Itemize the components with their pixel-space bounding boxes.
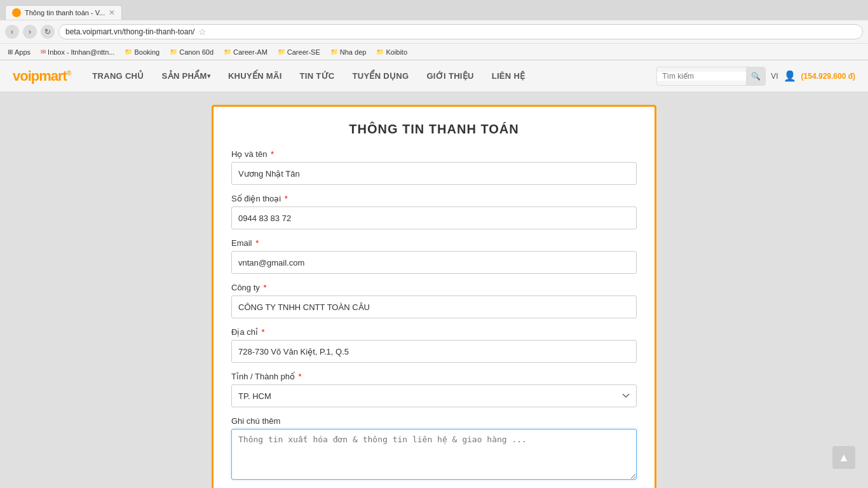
address-label-text: Địa chỉ [231, 327, 258, 337]
address-bar-row: ‹ › ↻ beta.voipmart.vn/thong-tin-thanh-t… [0, 20, 868, 43]
phone-required: * [282, 194, 288, 203]
folder-icon-career-se: 📁 [278, 48, 285, 55]
folder-icon-canon: 📁 [170, 48, 177, 55]
folder-icon-koibito: 📁 [376, 48, 384, 55]
gmail-bookmark[interactable]: ✉ Inbox - ltnhan@nttn... [38, 47, 117, 57]
city-group: Tỉnh / Thành phố * TP. HCM [231, 372, 637, 407]
note-textarea[interactable] [231, 429, 637, 480]
browser-chrome: Thông tin thanh toán - V... ✕ ‹ › ↻ beta… [0, 0, 868, 60]
form-title: THÔNG TIN THANH TOÁN [231, 122, 637, 137]
career-am-label: Career-AM [233, 48, 268, 56]
bookmarks-bar: ⊞ Apps ✉ Inbox - ltnhan@nttn... 📁 Bookin… [0, 43, 868, 60]
phone-label-text: Số điện thoại [231, 194, 281, 203]
nav-gioi-thieu[interactable]: GIỚI THIỆU [417, 60, 482, 92]
company-label: Công ty * [231, 283, 637, 292]
email-required: * [254, 238, 259, 248]
reload-button[interactable]: ↻ [41, 25, 55, 39]
back-button[interactable]: ‹ [5, 25, 19, 39]
full-name-group: Họ và tên * [231, 149, 637, 185]
koibito-label: Koibito [386, 48, 407, 56]
search-button[interactable]: 🔍 [746, 67, 765, 86]
nav-trang-chu[interactable]: TRANG CHỦ [83, 60, 153, 92]
nav-menu: TRANG CHỦ SẢN PHẨM KHUYẾN MÃI TIN TỨC TU… [83, 60, 656, 92]
nav-san-pham[interactable]: SẢN PHẨM [153, 60, 219, 92]
phone-label: Số điện thoại * [231, 194, 637, 203]
full-name-required: * [268, 149, 274, 159]
career-se-label: Career-SE [287, 48, 320, 56]
city-label: Tỉnh / Thành phố * [231, 372, 637, 381]
address-required: * [259, 327, 265, 337]
career-am-bookmark[interactable]: 📁 Career-AM [221, 47, 270, 57]
gmail-icon: ✉ [41, 48, 46, 55]
cart-button[interactable]: (154.929.600 đ) [801, 72, 855, 81]
email-input[interactable] [231, 251, 637, 274]
email-label: Email * [231, 238, 637, 248]
back-to-top-button[interactable]: ▲ [832, 446, 855, 469]
note-group: Ghi chú thêm [231, 416, 637, 482]
nav-tin-tuc[interactable]: TIN TỨC [291, 60, 344, 92]
address-input[interactable] [231, 340, 637, 363]
language-selector[interactable]: VI [771, 72, 778, 81]
folder-icon-booking: 📁 [125, 48, 132, 55]
tab-title: Thông tin thanh toán - V... [25, 9, 105, 17]
booking-label: Booking [134, 48, 159, 56]
company-required: * [261, 283, 267, 292]
career-se-bookmark[interactable]: 📁 Career-SE [275, 47, 323, 57]
address-bar[interactable]: beta.voipmart.vn/thong-tin-thanh-toan/ ☆ [58, 24, 863, 39]
website: voipmart® TRANG CHỦ SẢN PHẨM KHUYẾN MÃI … [0, 60, 868, 488]
address-label: Địa chỉ * [231, 327, 637, 337]
logo-wrap[interactable]: voipmart® [13, 68, 71, 85]
user-icon[interactable]: 👤 [783, 70, 796, 82]
forward-button[interactable]: › [23, 25, 37, 39]
logo-sup: ® [67, 69, 71, 76]
url-text: beta.voipmart.vn/thong-tin-thanh-toan/ [65, 27, 194, 36]
phone-group: Số điện thoại * [231, 194, 637, 229]
payment-form-container: THÔNG TIN THANH TOÁN Họ và tên * Số điện… [212, 105, 656, 488]
gmail-label: Inbox - ltnhan@nttn... [48, 48, 114, 56]
nav-tuyen-dung[interactable]: TUYỂN DỤNG [344, 60, 418, 92]
apps-label: Apps [15, 48, 31, 56]
company-group: Công ty * [231, 283, 637, 318]
email-label-text: Email [231, 238, 252, 248]
main-content: THÔNG TIN THANH TOÁN Họ và tên * Số điện… [0, 92, 868, 488]
tab-bar: Thông tin thanh toán - V... ✕ [0, 0, 868, 20]
koibito-bookmark[interactable]: 📁 Koibito [374, 47, 410, 57]
apps-icon: ⊞ [8, 48, 13, 55]
folder-icon-career-am: 📁 [224, 48, 231, 55]
search-box[interactable]: 🔍 [656, 67, 766, 86]
nav-khuyen-mai[interactable]: KHUYẾN MÃI [219, 60, 291, 92]
apps-bookmark[interactable]: ⊞ Apps [5, 47, 33, 57]
full-name-input[interactable] [231, 162, 637, 185]
city-select[interactable]: TP. HCM [231, 384, 637, 407]
nhadep-bookmark[interactable]: 📁 Nha dep [328, 47, 369, 57]
phone-input[interactable] [231, 207, 637, 229]
booking-bookmark[interactable]: 📁 Booking [122, 47, 162, 57]
site-header: voipmart® TRANG CHỦ SẢN PHẨM KHUYẾN MÃI … [0, 60, 868, 92]
nav-lien-he[interactable]: LIÊN HỆ [483, 60, 534, 92]
city-label-text: Tỉnh / Thành phố [231, 372, 295, 381]
nhadep-label: Nha dep [340, 48, 367, 56]
folder-icon-nhadep: 📁 [330, 48, 338, 55]
address-group: Địa chỉ * [231, 327, 637, 363]
browser-tab[interactable]: Thông tin thanh toán - V... ✕ [5, 5, 122, 20]
tab-favicon [12, 8, 21, 17]
header-right: 🔍 VI 👤 (154.929.600 đ) [656, 67, 855, 86]
company-input[interactable] [231, 295, 637, 318]
company-label-text: Công ty [231, 283, 260, 292]
logo-text: voipmart [13, 68, 67, 84]
canon-label: Canon 60d [179, 48, 214, 56]
city-required: * [296, 372, 302, 381]
full-name-label-text: Họ và tên [231, 149, 267, 159]
site-logo: voipmart® [13, 68, 71, 84]
email-group: Email * [231, 238, 637, 274]
bookmark-star-icon[interactable]: ☆ [198, 27, 207, 37]
tab-close-button[interactable]: ✕ [109, 8, 115, 17]
full-name-label: Họ và tên * [231, 149, 637, 159]
note-label: Ghi chú thêm [231, 416, 637, 426]
search-input[interactable] [657, 72, 746, 81]
canon-bookmark[interactable]: 📁 Canon 60d [167, 47, 216, 57]
